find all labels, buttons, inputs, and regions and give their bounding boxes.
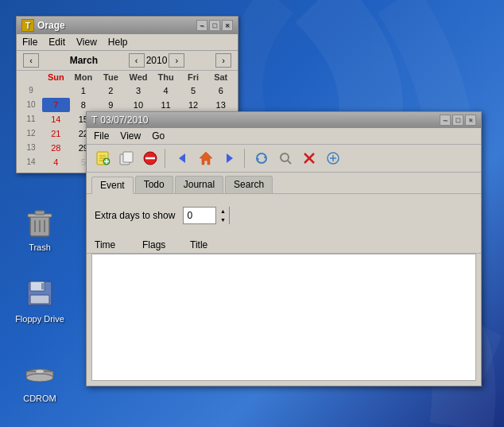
day-blank-1[interactable] bbox=[42, 83, 70, 98]
week-11: 11 bbox=[20, 112, 42, 126]
orage-menubar: File Edit View Help bbox=[17, 34, 238, 51]
day-14[interactable]: 14 bbox=[42, 112, 70, 126]
spinner-buttons: ▲ ▼ bbox=[215, 207, 229, 224]
back-btn[interactable] bbox=[171, 148, 193, 169]
svg-rect-9 bbox=[30, 295, 49, 304]
day-3[interactable]: 3 bbox=[125, 83, 153, 98]
orage-window-controls: – □ × bbox=[196, 20, 233, 31]
day-5[interactable]: 5 bbox=[180, 83, 207, 98]
orage-minimize-btn[interactable]: – bbox=[196, 20, 207, 31]
month-label: March bbox=[70, 55, 98, 66]
col-flags: Flags bbox=[142, 239, 190, 250]
orage-maximize-btn[interactable]: □ bbox=[209, 20, 220, 31]
day-6[interactable]: 6 bbox=[207, 83, 235, 98]
tab-todo[interactable]: Todo bbox=[135, 176, 173, 193]
day-7[interactable]: 7 bbox=[42, 98, 70, 112]
extra-days-spinner[interactable]: ▲ ▼ bbox=[183, 207, 230, 224]
prev-month-btn[interactable]: ‹ bbox=[23, 53, 39, 68]
cdrom-label: CDROM bbox=[23, 394, 56, 403]
refresh-btn[interactable] bbox=[250, 148, 273, 169]
find-btn[interactable] bbox=[274, 148, 297, 169]
svg-point-12 bbox=[26, 374, 53, 382]
next-month-btn[interactable]: › bbox=[215, 53, 231, 68]
event-menu-go[interactable]: Go bbox=[149, 130, 167, 142]
orage-title-icon: T bbox=[21, 19, 34, 32]
day-apr-4[interactable]: 4 bbox=[42, 155, 70, 169]
event-minimize-btn[interactable]: – bbox=[440, 115, 451, 126]
floppy-icon-image bbox=[21, 274, 59, 312]
day-11[interactable]: 11 bbox=[152, 98, 180, 112]
svg-rect-2 bbox=[35, 211, 45, 215]
orage-close-btn[interactable]: × bbox=[222, 20, 233, 31]
floppy-icon-desktop[interactable]: Floppy Drive bbox=[12, 274, 68, 324]
svg-marker-26 bbox=[200, 152, 212, 165]
svg-line-29 bbox=[288, 161, 291, 164]
toolbar-sep-1 bbox=[165, 149, 168, 168]
day-28[interactable]: 28 bbox=[42, 141, 70, 155]
orage-menu-edit[interactable]: Edit bbox=[46, 36, 68, 49]
tab-search[interactable]: Search bbox=[225, 176, 273, 193]
day-12[interactable]: 12 bbox=[180, 98, 207, 112]
day-4[interactable]: 4 bbox=[152, 83, 180, 98]
close-x-btn[interactable] bbox=[298, 148, 320, 169]
event-window-title: 03/07/2010 bbox=[100, 115, 148, 126]
week-10: 10 bbox=[20, 98, 42, 112]
mon-header: Mon bbox=[70, 72, 98, 82]
event-menu-view[interactable]: View bbox=[118, 130, 143, 142]
event-tabs: Event Todo Journal Search bbox=[87, 173, 481, 194]
event-menubar: File View Go bbox=[87, 128, 481, 145]
extra-days-input[interactable] bbox=[184, 208, 215, 223]
calendar-header: Sun Mon Tue Wed Thu Fri Sat bbox=[20, 72, 235, 83]
prev-year-btn[interactable]: ‹ bbox=[129, 53, 145, 68]
cdrom-icon-desktop[interactable]: CDROM bbox=[12, 354, 68, 403]
copy-event-btn[interactable] bbox=[115, 148, 138, 169]
week-col-header bbox=[20, 72, 42, 82]
trash-icon-desktop[interactable]: Trash bbox=[12, 203, 68, 252]
svg-marker-25 bbox=[179, 153, 185, 163]
week-14: 14 bbox=[20, 155, 42, 169]
orage-menu-help[interactable]: Help bbox=[106, 36, 130, 49]
floppy-label: Floppy Drive bbox=[15, 314, 64, 324]
orage-titlebar: T Orage – □ × bbox=[17, 17, 238, 34]
day-1[interactable]: 1 bbox=[70, 83, 98, 98]
event-title-icon: T bbox=[91, 115, 97, 126]
new-event-btn[interactable] bbox=[91, 148, 114, 169]
zoom-btn[interactable] bbox=[322, 148, 344, 169]
event-titlebar: T 03/07/2010 – □ × bbox=[87, 112, 481, 128]
event-window: T 03/07/2010 – □ × File View Go bbox=[86, 111, 482, 386]
spinner-down-btn[interactable]: ▼ bbox=[216, 215, 229, 224]
day-8[interactable]: 8 bbox=[70, 98, 98, 112]
event-table-header: Time Flags Title bbox=[87, 237, 481, 254]
event-menu-file[interactable]: File bbox=[91, 130, 111, 142]
week-12: 12 bbox=[20, 126, 42, 141]
event-list-area bbox=[91, 254, 476, 381]
day-9[interactable]: 9 bbox=[97, 98, 125, 112]
home-btn[interactable] bbox=[195, 148, 217, 169]
sun-header: Sun bbox=[42, 72, 70, 82]
tab-event[interactable]: Event bbox=[91, 177, 134, 194]
trash-label: Trash bbox=[29, 243, 51, 252]
forward-btn[interactable] bbox=[219, 148, 241, 169]
extra-days-row: Extra days to show ▲ ▼ bbox=[95, 202, 473, 229]
col-title: Title bbox=[190, 239, 473, 250]
event-toolbar bbox=[87, 145, 481, 173]
orage-menu-file[interactable]: File bbox=[20, 36, 40, 49]
day-10[interactable]: 10 bbox=[125, 98, 153, 112]
day-13[interactable]: 13 bbox=[207, 98, 235, 112]
svg-marker-27 bbox=[227, 153, 233, 163]
svg-point-13 bbox=[36, 370, 44, 373]
day-21[interactable]: 21 bbox=[42, 126, 70, 141]
extra-days-label: Extra days to show bbox=[95, 210, 175, 221]
next-year-btn[interactable]: › bbox=[169, 53, 184, 68]
day-2[interactable]: 2 bbox=[97, 83, 125, 98]
year-label: 2010 bbox=[146, 55, 168, 66]
event-maximize-btn[interactable]: □ bbox=[452, 115, 463, 126]
spinner-up-btn[interactable]: ▲ bbox=[216, 207, 229, 215]
fri-header: Fri bbox=[180, 72, 207, 82]
svg-rect-22 bbox=[123, 152, 133, 162]
cal-row-1: 9 1 2 3 4 5 6 bbox=[20, 83, 235, 98]
tab-journal[interactable]: Journal bbox=[175, 176, 223, 193]
orage-menu-view[interactable]: View bbox=[74, 36, 99, 49]
event-close-btn[interactable]: × bbox=[465, 115, 476, 126]
delete-event-btn[interactable] bbox=[139, 148, 161, 169]
